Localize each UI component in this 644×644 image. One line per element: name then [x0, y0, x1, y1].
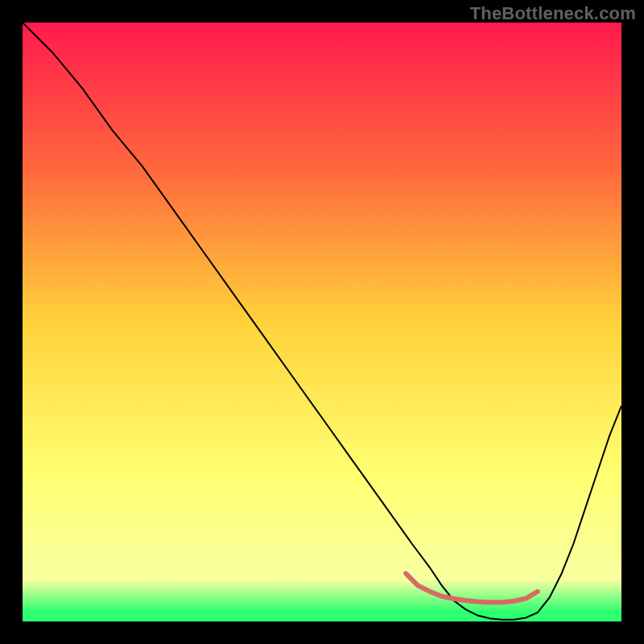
- watermark-text: TheBottleneck.com: [470, 3, 636, 24]
- chart-frame: TheBottleneck.com: [0, 0, 644, 644]
- gradient-background: [23, 23, 621, 621]
- bottleneck-chart: [23, 23, 621, 621]
